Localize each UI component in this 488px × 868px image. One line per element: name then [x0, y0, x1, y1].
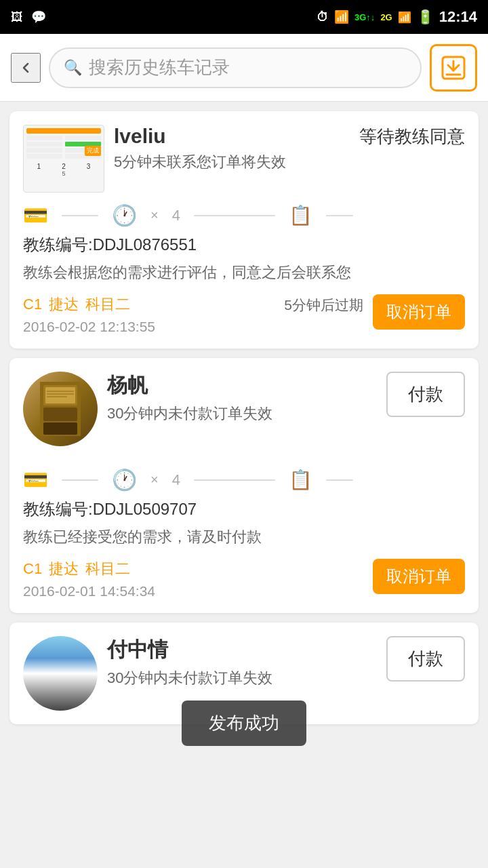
avatar-image-2	[23, 372, 98, 446]
avatar-image-3	[23, 636, 98, 711]
card1-tags: C1 捷达 科目二 2016-02-02 12:13:55	[23, 294, 155, 335]
battery-icon: 🔋	[417, 9, 434, 25]
multiply-icon: ×	[150, 208, 159, 223]
card2-time: 2016-02-01 14:54:34	[23, 583, 155, 599]
card1-order-id: 教练编号:DDJL0876551	[23, 234, 465, 256]
status-right: ⏱ 📶 3G↑↓ 2G 📶 🔋 12:14	[317, 8, 477, 26]
tag-subject2-2: 科目二	[85, 559, 130, 579]
card2-body: 教练编号:DDJL0509707 教练已经接受您的需求，请及时付款 C1 捷达 …	[9, 492, 479, 613]
tag-c1-2: C1	[23, 560, 42, 578]
content-area: 123 5 完成 lveliu 5分钟未联系您订单将失效 等待教练同意 💳 🕐 …	[0, 102, 488, 734]
network-2g-icon: 2G	[380, 12, 392, 22]
payment-icon-2: 💳	[23, 468, 48, 492]
count-number: 4	[172, 207, 180, 224]
time-icon-2: 🕐	[112, 468, 137, 492]
count-number-2: 4	[172, 471, 180, 489]
order-card-2: 杨帆 30分钟内未付款订单失效 付款 💳 🕐 × 4 📋 教练编号:DDJL05…	[9, 358, 479, 613]
search-icon: 🔍	[64, 59, 82, 77]
tag-c1-1: C1	[23, 296, 42, 313]
top-bar: 🔍 搜索历史练车记录	[0, 34, 488, 102]
card2-order-desc: 教练已经接受您的需求，请及时付款	[23, 526, 465, 548]
card2-tags: C1 捷达 科目二 2016-02-01 14:54:34	[23, 559, 155, 599]
card2-user-info: 杨帆 30分钟内未付款订单失效	[107, 372, 377, 424]
card1-actions: 5分钟后过期 取消订单	[284, 294, 465, 330]
pay-btn-2[interactable]: 付款	[386, 372, 465, 417]
card1-username: lveliu	[114, 125, 350, 148]
clipboard-icon-2: 📋	[289, 469, 312, 491]
svg-rect-10	[43, 422, 77, 435]
cancel-order-btn-2[interactable]: 取消订单	[373, 559, 465, 594]
card3-user-info: 付中情 30分钟内未付款订单失效	[107, 636, 377, 688]
order-thumbnail: 123 5 完成	[23, 125, 104, 193]
cancel-order-btn-1[interactable]: 取消订单	[373, 294, 465, 330]
card1-user-sub: 5分钟未联系您订单将失效	[114, 152, 350, 172]
back-button[interactable]	[11, 53, 41, 83]
clock-status-icon: ⏱	[317, 10, 329, 24]
multiply-icon-2: ×	[150, 472, 159, 488]
card1-time: 2016-02-02 12:13:55	[23, 319, 155, 335]
import-button[interactable]	[430, 44, 477, 92]
order-card-1: 123 5 完成 lveliu 5分钟未联系您订单将失效 等待教练同意 💳 🕐 …	[9, 111, 479, 349]
completed-badge: 完成	[85, 146, 101, 156]
clock-time: 12:14	[439, 8, 477, 26]
avatar-yangfan	[23, 372, 98, 446]
search-box[interactable]: 🔍 搜索历史练车记录	[49, 47, 422, 88]
card2-username: 杨帆	[107, 372, 377, 399]
network-3g-icon: 3G↑↓	[354, 12, 375, 22]
card1-status: 等待教练同意	[359, 125, 465, 149]
card3-user-sub: 30分钟内未付款订单失效	[107, 668, 377, 688]
time-icon: 🕐	[112, 203, 137, 227]
card1-body: 教练编号:DDJL0876551 教练会根据您的需求进行评估，同意之后会联系您 …	[9, 227, 479, 349]
expire-text: 5分钟后过期	[284, 294, 363, 316]
tag-subject2-1: 科目二	[85, 294, 130, 315]
card1-footer: C1 捷达 科目二 2016-02-02 12:13:55 5分钟后过期 取消订…	[23, 294, 465, 335]
svg-rect-9	[43, 408, 77, 421]
card1-user-info: lveliu 5分钟未联系您订单将失效	[114, 125, 350, 172]
card3-username: 付中情	[107, 636, 377, 664]
clipboard-icon: 📋	[289, 204, 312, 226]
tag-jetta-2: 捷达	[49, 559, 79, 579]
status-left-icons: 🖼 💬	[11, 9, 46, 24]
card2-header: 杨帆 30分钟内未付款订单失效 付款	[9, 358, 479, 446]
card1-order-desc: 教练会根据您的需求进行评估，同意之后会联系您	[23, 261, 465, 283]
avatar-fuzhongqing	[23, 636, 98, 711]
card2-footer: C1 捷达 科目二 2016-02-01 14:54:34 取消订单	[23, 559, 465, 599]
search-placeholder: 搜索历史练车记录	[89, 56, 230, 79]
toast-message: 发布成功	[182, 701, 306, 746]
pay-btn-3[interactable]: 付款	[386, 636, 465, 682]
payment-icon: 💳	[23, 203, 48, 227]
card2-icons-row: 💳 🕐 × 4 📋	[9, 457, 479, 492]
status-bar: 🖼 💬 ⏱ 📶 3G↑↓ 2G 📶 🔋 12:14	[0, 0, 488, 34]
message-icon: 💬	[31, 9, 46, 24]
tag-jetta-1: 捷达	[49, 294, 79, 315]
signal-icon: 📶	[398, 11, 411, 24]
svg-rect-5	[45, 387, 75, 403]
image-icon: 🖼	[11, 10, 23, 24]
card1-icons-row: 💳 🕐 × 4 📋	[9, 193, 479, 227]
card2-order-id: 教练编号:DDJL0509707	[23, 498, 465, 520]
card2-user-sub: 30分钟内未付款订单失效	[107, 403, 377, 424]
card1-header: 123 5 完成 lveliu 5分钟未联系您订单将失效 等待教练同意	[9, 111, 479, 193]
wifi-icon: 📶	[334, 9, 349, 24]
